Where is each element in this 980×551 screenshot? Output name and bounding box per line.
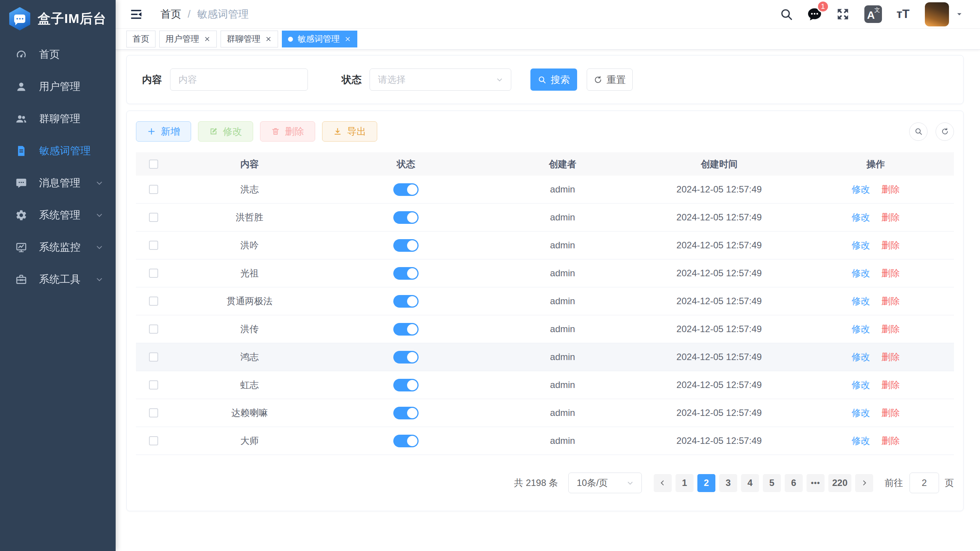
row-checkbox[interactable] <box>149 297 158 306</box>
row-checkbox[interactable] <box>149 185 158 194</box>
pager: 123456•••220 <box>654 474 873 492</box>
refresh-table-button[interactable] <box>936 122 954 141</box>
add-button[interactable]: 新增 <box>136 121 191 142</box>
row-checkbox[interactable] <box>149 436 158 445</box>
status-toggle[interactable] <box>393 351 419 364</box>
breadcrumb-home[interactable]: 首页 <box>160 7 181 21</box>
page-button-5[interactable]: 5 <box>763 474 781 492</box>
row-edit-link[interactable]: 修改 <box>852 323 870 335</box>
cell-created-time: 2024-12-05 12:57:49 <box>641 240 797 251</box>
table-row: 贯通两极法admin2024-12-05 12:57:49修改删除 <box>136 287 954 315</box>
show-search-toggle-button[interactable] <box>909 122 928 141</box>
status-filter-select[interactable]: 请选择 <box>370 68 511 91</box>
row-checkbox[interactable] <box>149 213 158 222</box>
next-page-button[interactable] <box>855 474 873 492</box>
cell-created-time: 2024-12-05 12:57:49 <box>641 408 797 418</box>
export-button[interactable]: 导出 <box>322 121 377 142</box>
content-filter-input[interactable] <box>170 68 308 91</box>
sidebar-item-message-mgmt[interactable]: 消息管理 <box>0 167 116 199</box>
goto-page-input[interactable] <box>910 473 939 493</box>
row-delete-link[interactable]: 删除 <box>882 295 900 307</box>
status-toggle[interactable] <box>393 435 419 447</box>
row-edit-link[interactable]: 修改 <box>852 351 870 363</box>
page-button-220[interactable]: 220 <box>828 474 851 492</box>
status-toggle[interactable] <box>393 211 419 224</box>
tab-user-mgmt[interactable]: 用户管理 <box>159 31 217 47</box>
row-delete-link[interactable]: 删除 <box>882 323 900 335</box>
sidebar-item-home[interactable]: 首页 <box>0 38 116 70</box>
table-row: 洪哲胜admin2024-12-05 12:57:49修改删除 <box>136 204 954 231</box>
row-edit-link[interactable]: 修改 <box>852 267 870 279</box>
row-checkbox[interactable] <box>149 352 158 362</box>
select-all-checkbox[interactable] <box>149 160 158 169</box>
row-delete-link[interactable]: 删除 <box>882 211 900 223</box>
row-edit-link[interactable]: 修改 <box>852 183 870 196</box>
page-size-select[interactable]: 10条/页 <box>568 473 642 493</box>
notification-badge: 1 <box>817 0 829 13</box>
close-tab-icon[interactable] <box>344 36 351 42</box>
app-logo: 盒子IM后台 <box>0 0 116 37</box>
page-button-2[interactable]: 2 <box>697 474 715 492</box>
sidebar-item-system-mgmt[interactable]: 系统管理 <box>0 199 116 231</box>
sidebar-collapse-button[interactable] <box>129 8 143 21</box>
row-checkbox[interactable] <box>149 408 158 417</box>
edit-button[interactable]: 修改 <box>198 121 253 142</box>
translate-icon[interactable]: A 文 <box>864 5 882 23</box>
delete-button[interactable]: 删除 <box>260 121 315 142</box>
sidebar-item-system-tools[interactable]: 系统工具 <box>0 263 116 295</box>
sidebar-item-label: 消息管理 <box>39 176 80 190</box>
page-button-4[interactable]: 4 <box>741 474 759 492</box>
user-avatar[interactable] <box>925 2 949 26</box>
sidebar-item-sensitive-words[interactable]: 敏感词管理 <box>0 135 116 167</box>
row-delete-link[interactable]: 删除 <box>882 379 900 391</box>
row-checkbox[interactable] <box>149 269 158 278</box>
sidebar-menu: 首页用户管理群聊管理敏感词管理消息管理系统管理系统监控系统工具 <box>0 37 116 295</box>
filter-buttons: 搜索 重置 <box>530 68 633 91</box>
page-button-6[interactable]: 6 <box>785 474 803 492</box>
row-edit-link[interactable]: 修改 <box>852 379 870 391</box>
row-checkbox[interactable] <box>149 380 158 390</box>
reset-button[interactable]: 重置 <box>587 68 633 91</box>
fullscreen-icon[interactable] <box>836 7 850 21</box>
close-tab-icon[interactable] <box>265 36 272 42</box>
status-toggle[interactable] <box>393 239 419 252</box>
search-icon[interactable] <box>780 8 793 21</box>
row-checkbox[interactable] <box>149 241 158 250</box>
status-toggle[interactable] <box>393 295 419 308</box>
sidebar-item-system-monitor[interactable]: 系统监控 <box>0 231 116 263</box>
row-edit-link[interactable]: 修改 <box>852 295 870 307</box>
messages-icon[interactable]: 1 <box>807 7 822 22</box>
row-delete-link[interactable]: 删除 <box>882 267 900 279</box>
row-delete-link[interactable]: 删除 <box>882 239 900 251</box>
prev-page-button[interactable] <box>654 474 672 492</box>
page-button-3[interactable]: 3 <box>719 474 737 492</box>
sidebar-item-group-mgmt[interactable]: 群聊管理 <box>0 103 116 135</box>
row-delete-link[interactable]: 删除 <box>882 407 900 419</box>
status-toggle[interactable] <box>393 267 419 280</box>
search-button[interactable]: 搜索 <box>530 68 577 91</box>
row-edit-link[interactable]: 修改 <box>852 211 870 223</box>
tab-group-mgmt[interactable]: 群聊管理 <box>221 31 278 47</box>
row-edit-link[interactable]: 修改 <box>852 407 870 419</box>
row-checkbox[interactable] <box>149 324 158 334</box>
cell-created-time: 2024-12-05 12:57:49 <box>641 184 797 195</box>
font-size-icon[interactable]: тT <box>897 7 910 21</box>
status-toggle[interactable] <box>393 323 419 336</box>
tab-home[interactable]: 首页 <box>126 31 155 47</box>
close-tab-icon[interactable] <box>204 36 211 42</box>
status-toggle[interactable] <box>393 379 419 391</box>
tab-sensitive-words[interactable]: 敏感词管理 <box>282 31 357 47</box>
cell-created-time: 2024-12-05 12:57:49 <box>641 324 797 334</box>
page-button-1[interactable]: 1 <box>676 474 694 492</box>
pager-more-button[interactable]: ••• <box>807 474 825 492</box>
row-delete-link[interactable]: 删除 <box>882 351 900 363</box>
row-delete-link[interactable]: 删除 <box>882 183 900 196</box>
row-delete-link[interactable]: 删除 <box>882 435 900 447</box>
sidebar-item-user-mgmt[interactable]: 用户管理 <box>0 70 116 103</box>
user-menu-caret-icon[interactable] <box>955 10 963 18</box>
row-edit-link[interactable]: 修改 <box>852 435 870 447</box>
status-toggle[interactable] <box>393 407 419 419</box>
cell-content: 洪志 <box>171 183 328 196</box>
status-toggle[interactable] <box>393 183 419 196</box>
row-edit-link[interactable]: 修改 <box>852 239 870 251</box>
